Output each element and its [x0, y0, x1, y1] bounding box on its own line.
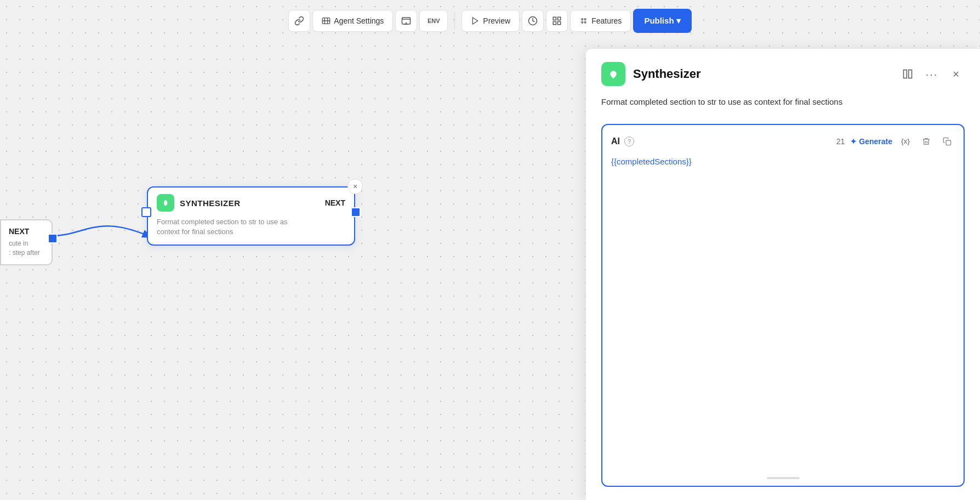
prompt-count: 21 — [836, 137, 845, 146]
synth-right-connector — [351, 207, 361, 217]
panel-description: Format completed section to str to use a… — [601, 96, 965, 109]
synth-left-connector — [141, 207, 151, 217]
link-button[interactable] — [288, 10, 310, 32]
publish-label: Publish ▾ — [644, 16, 680, 26]
prev-next-label: NEXT — [9, 227, 29, 236]
prompt-scrollbar — [767, 477, 800, 479]
synth-node-title: SYNTHESIZER — [180, 198, 241, 208]
synth-node-footer: Format completed section to str to use a… — [148, 212, 354, 245]
synth-node-next: NEXT — [325, 198, 345, 207]
panel-logo — [601, 62, 625, 86]
synth-node-top: SYNTHESIZER NEXT — [148, 188, 354, 212]
svg-rect-17 — [946, 140, 951, 145]
env-label: ENV — [428, 18, 440, 24]
svg-point-10 — [582, 21, 583, 23]
svg-marker-2 — [473, 18, 478, 24]
generate-label: ✦ Generate — [850, 137, 892, 146]
toolbar: Agent Settings ENV Preview — [0, 0, 980, 42]
features-button[interactable]: Features — [570, 10, 631, 32]
history-button[interactable] — [522, 10, 544, 32]
panel-header-actions: ··· × — [899, 65, 965, 83]
publish-button[interactable]: Publish ▾ — [633, 9, 691, 33]
svg-rect-15 — [904, 70, 907, 78]
copy-icon-button[interactable] — [939, 134, 955, 149]
flow-arrow — [52, 219, 148, 252]
prompt-label: AI — [611, 137, 620, 146]
panel-title-group: Synthesizer — [601, 62, 701, 86]
agent-settings-button[interactable]: Agent Settings — [312, 10, 393, 32]
prompt-content[interactable]: {{completedSections}} — [611, 157, 955, 478]
preview-button[interactable]: Preview — [461, 10, 520, 32]
synthesizer-node: × SYNTHESIZER NEXT Format completed sect… — [147, 186, 355, 246]
svg-point-11 — [584, 21, 586, 23]
svg-point-9 — [584, 19, 586, 20]
prev-node: NEXT cute in : step after — [0, 219, 53, 265]
right-panel: Synthesizer ··· × Format completed secti… — [585, 48, 980, 500]
preview-label: Preview — [483, 16, 510, 25]
prompt-header: AI ? 21 ✦ Generate {x} — [611, 134, 955, 149]
panel-more-button[interactable]: ··· — [923, 65, 941, 83]
prompt-box: AI ? 21 ✦ Generate {x} — [601, 124, 965, 487]
toolbar-right-group: Preview Features Publish ▾ — [461, 9, 691, 33]
synth-node-logo — [157, 194, 174, 212]
prompt-actions: 21 ✦ Generate {x} — [836, 134, 955, 149]
agent-settings-label: Agent Settings — [334, 16, 384, 25]
prev-node-connector — [48, 234, 58, 243]
svg-rect-16 — [909, 70, 912, 78]
prompt-variable: {{completedSections}} — [611, 157, 692, 166]
generate-button[interactable]: ✦ Generate — [850, 137, 892, 146]
svg-rect-6 — [553, 22, 556, 25]
svg-rect-7 — [558, 22, 561, 25]
env-button[interactable]: ENV — [419, 10, 448, 32]
delete-icon-button[interactable] — [919, 134, 934, 149]
panel-expand-button[interactable] — [899, 65, 916, 83]
layout-button[interactable] — [546, 10, 568, 32]
panel-header: Synthesizer ··· × — [601, 62, 965, 86]
synth-node-desc: Format completed section to str to use a… — [157, 217, 288, 237]
svg-rect-4 — [553, 17, 556, 20]
variable-icon-button[interactable]: {x} — [898, 134, 913, 149]
toolbar-left-group: Agent Settings ENV — [288, 10, 448, 32]
svg-point-8 — [582, 19, 583, 20]
toolbar-divider — [454, 12, 455, 30]
panel-close-button[interactable]: × — [947, 65, 965, 83]
screen-button[interactable] — [395, 10, 417, 32]
panel-title: Synthesizer — [633, 67, 701, 81]
node-close-button[interactable]: × — [347, 179, 363, 194]
svg-rect-5 — [558, 17, 561, 20]
features-label: Features — [591, 16, 622, 25]
prev-node-desc: cute in : step after — [9, 239, 44, 258]
prompt-label-group: AI ? — [611, 137, 634, 146]
prompt-help-button[interactable]: ? — [624, 137, 634, 146]
